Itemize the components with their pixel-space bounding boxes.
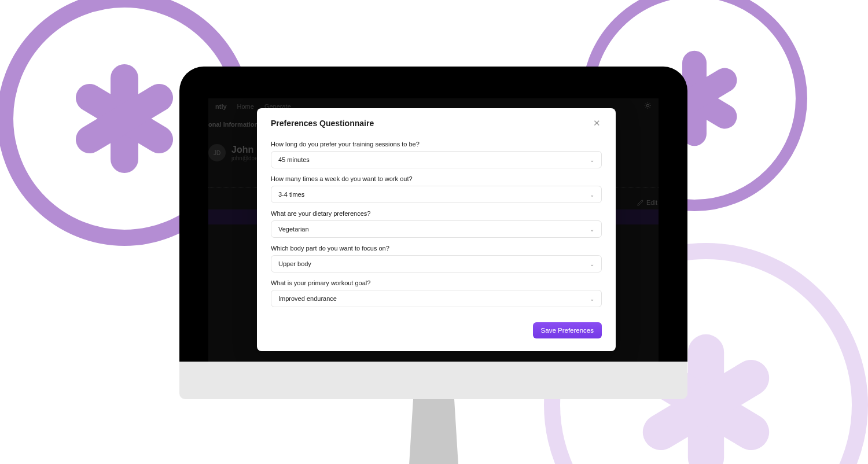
session-length-select[interactable]: 45 minutes ⌄ bbox=[271, 151, 602, 168]
question-label: What are your dietary preferences? bbox=[271, 210, 602, 217]
chevron-down-icon: ⌄ bbox=[590, 261, 594, 267]
close-button[interactable]: ✕ bbox=[592, 119, 602, 127]
select-value: 45 minutes bbox=[278, 156, 310, 163]
close-icon: ✕ bbox=[593, 118, 601, 128]
chevron-down-icon: ⌄ bbox=[590, 192, 594, 198]
select-value: Vegetarian bbox=[278, 226, 309, 233]
question-5: What is your primary workout goal? Impro… bbox=[271, 279, 602, 307]
asterisk-icon bbox=[67, 61, 182, 176]
chevron-down-icon: ⌄ bbox=[590, 226, 594, 233]
question-label: What is your primary workout goal? bbox=[271, 279, 602, 286]
modal-footer: Save Preferences bbox=[271, 322, 602, 338]
select-value: Upper body bbox=[278, 260, 311, 267]
workout-frequency-select[interactable]: 3-4 times ⌄ bbox=[271, 186, 602, 203]
preferences-modal: Preferences Questionnaire ✕ How long do … bbox=[257, 108, 616, 351]
question-label: Which body part do you want to focus on? bbox=[271, 245, 602, 252]
question-label: How long do you prefer your training ses… bbox=[271, 141, 602, 148]
monitor-chin bbox=[179, 362, 687, 399]
question-2: How many times a week do you want to wor… bbox=[271, 175, 602, 203]
body-focus-select[interactable]: Upper body ⌄ bbox=[271, 255, 602, 272]
app-screen: ntly Home Generate onal Information JD J… bbox=[208, 98, 659, 362]
select-value: 3-4 times bbox=[278, 191, 304, 198]
monitor-stand bbox=[383, 399, 484, 464]
workout-goal-select[interactable]: Improved endurance ⌄ bbox=[271, 290, 602, 307]
question-4: Which body part do you want to focus on?… bbox=[271, 245, 602, 272]
chevron-down-icon: ⌄ bbox=[590, 296, 594, 302]
select-value: Improved endurance bbox=[278, 295, 337, 302]
modal-title: Preferences Questionnaire bbox=[271, 119, 374, 128]
modal-header: Preferences Questionnaire ✕ bbox=[271, 119, 602, 128]
monitor-bezel: ntly Home Generate onal Information JD J… bbox=[179, 67, 687, 362]
question-1: How long do you prefer your training ses… bbox=[271, 141, 602, 168]
chevron-down-icon: ⌄ bbox=[590, 157, 594, 163]
question-label: How many times a week do you want to wor… bbox=[271, 175, 602, 182]
save-preferences-button[interactable]: Save Preferences bbox=[533, 322, 602, 338]
dietary-preference-select[interactable]: Vegetarian ⌄ bbox=[271, 220, 602, 238]
question-3: What are your dietary preferences? Veget… bbox=[271, 210, 602, 238]
monitor-frame: ntly Home Generate onal Information JD J… bbox=[179, 67, 687, 464]
